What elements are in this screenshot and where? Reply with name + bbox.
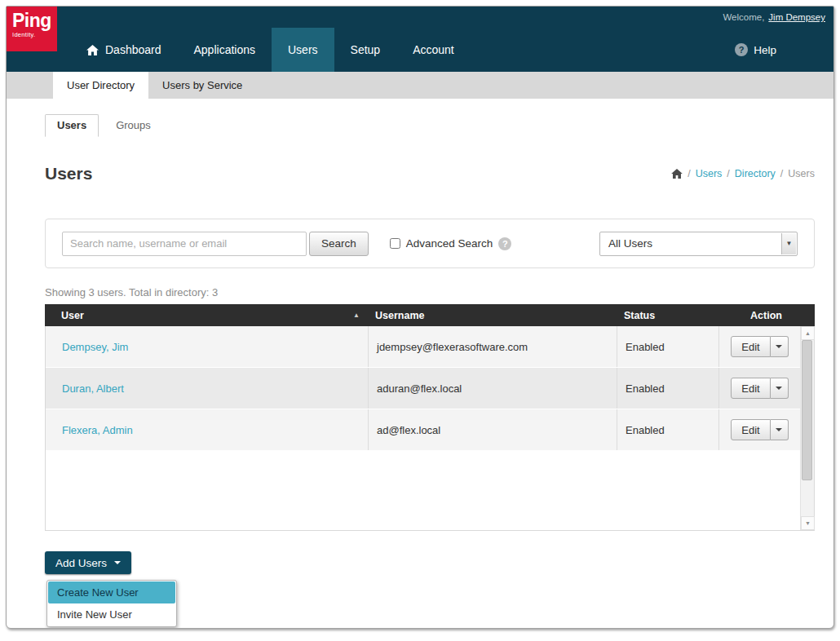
action-cell: Edit: [718, 326, 800, 367]
status-cell: Enabled: [617, 409, 718, 450]
advanced-search-help-icon[interactable]: ?: [498, 237, 511, 250]
caret-down-icon: [776, 387, 782, 390]
breadcrumb-separator: /: [727, 168, 729, 179]
search-input[interactable]: [62, 232, 307, 256]
page-title: Users: [45, 164, 92, 183]
current-user-link[interactable]: Jim Dempsey: [768, 12, 825, 22]
nav-label: Account: [413, 43, 454, 56]
select-value: All Users: [608, 237, 652, 250]
table-body: Dempsey, Jim jdempsey@flexerasoftware.co…: [45, 326, 815, 531]
user-scope-select[interactable]: All Users ▼: [599, 232, 798, 256]
column-label: Username: [375, 310, 424, 321]
column-header-status[interactable]: Status: [616, 310, 718, 321]
sort-ascending-icon: ▲: [353, 312, 360, 319]
menu-item-create-new-user[interactable]: Create New User: [48, 581, 175, 603]
user-link[interactable]: Duran, Albert: [62, 382, 124, 395]
service-tabbar: User Directory Users by Service: [7, 72, 833, 99]
column-header-user[interactable]: User ▲: [45, 310, 367, 321]
advanced-search-checkbox[interactable]: [390, 238, 400, 249]
breadcrumb-separator: /: [780, 168, 783, 179]
help-icon: ?: [735, 43, 748, 56]
tab-groups[interactable]: Groups: [104, 114, 163, 137]
breadcrumb-home-icon[interactable]: [671, 169, 683, 179]
edit-button[interactable]: Edit: [731, 419, 770, 440]
breadcrumb: / Users / Directory / Users: [671, 168, 815, 179]
tab-users[interactable]: Users: [45, 114, 99, 137]
username-cell: aduran@flex.local: [368, 368, 617, 409]
status-text: Enabled: [626, 382, 665, 395]
table-row: Flexera, Admin ad@flex.local Enabled Edi…: [46, 409, 800, 451]
edit-button[interactable]: Edit: [731, 336, 770, 357]
tab-users-by-service[interactable]: Users by Service: [148, 72, 256, 99]
advanced-search-group: Advanced Search ?: [390, 237, 512, 250]
table-scrollbar[interactable]: ▲ ▼: [800, 326, 814, 530]
user-cell: Dempsey, Jim: [46, 326, 368, 367]
column-label: User: [61, 310, 84, 321]
user-cell: Flexera, Admin: [46, 409, 368, 450]
home-icon: [86, 45, 99, 55]
add-users-label: Add Users: [55, 557, 107, 569]
edit-split-button: Edit: [731, 378, 788, 399]
topbar: Welcome, Jim Dempsey Dashboard Applicati…: [7, 7, 833, 72]
table-rows: Dempsey, Jim jdempsey@flexerasoftware.co…: [46, 326, 800, 451]
caret-down-icon: [776, 345, 782, 348]
edit-split-button: Edit: [731, 336, 788, 357]
username-text: aduran@flex.local: [377, 382, 462, 395]
results-summary: Showing 3 users. Total in directory: 3: [45, 286, 815, 298]
ping-identity-logo: Ping Identity.: [7, 7, 57, 51]
username-cell: ad@flex.local: [368, 409, 617, 450]
main-content: Users Groups Users / Users / Directory /…: [7, 114, 833, 629]
nav-item-applications[interactable]: Applications: [178, 28, 272, 72]
breadcrumb-link-users[interactable]: Users: [696, 168, 723, 179]
status-cell: Enabled: [617, 326, 718, 367]
caret-down-icon: [114, 561, 121, 564]
tab-label: Users: [57, 119, 86, 131]
username-text: ad@flex.local: [377, 424, 440, 436]
nav-item-account[interactable]: Account: [396, 28, 471, 72]
nav-label: Dashboard: [105, 43, 161, 56]
nav-item-users[interactable]: Users: [272, 28, 334, 72]
add-users-menu: Create New User Invite New User: [46, 580, 177, 627]
user-link[interactable]: Flexera, Admin: [62, 424, 133, 436]
main-nav: Dashboard Applications Users Setup Accou…: [7, 28, 833, 72]
column-header-username[interactable]: Username: [367, 310, 616, 321]
app-window: Welcome, Jim Dempsey Dashboard Applicati…: [6, 6, 834, 629]
user-link[interactable]: Dempsey, Jim: [62, 341, 128, 353]
welcome-bar: Welcome, Jim Dempsey: [7, 7, 833, 28]
add-users-area: Add Users Create New User Invite New Use…: [45, 551, 815, 629]
status-text: Enabled: [626, 424, 665, 436]
username-text: jdempsey@flexerasoftware.com: [377, 341, 528, 353]
edit-dropdown-toggle[interactable]: [771, 378, 789, 399]
edit-button[interactable]: Edit: [731, 378, 770, 399]
menu-item-invite-new-user[interactable]: Invite New User: [48, 603, 175, 626]
users-table: User ▲ Username Status Action Demps: [45, 304, 815, 531]
user-cell: Duran, Albert: [46, 368, 368, 409]
nav-item-dashboard[interactable]: Dashboard: [70, 28, 178, 72]
nav-item-setup[interactable]: Setup: [334, 28, 397, 72]
action-cell: Edit: [718, 368, 800, 409]
help-label: Help: [754, 44, 776, 56]
scroll-thumb[interactable]: [802, 340, 812, 480]
breadcrumb-link-directory[interactable]: Directory: [735, 168, 776, 179]
breadcrumb-current: Users: [788, 168, 815, 179]
tab-label: User Directory: [67, 79, 135, 91]
breadcrumb-separator: /: [687, 168, 690, 179]
scroll-down-button[interactable]: ▼: [801, 516, 815, 530]
nav-label: Setup: [351, 43, 381, 56]
tab-label: Groups: [116, 119, 151, 131]
add-users-button[interactable]: Add Users: [45, 551, 131, 574]
table-header: User ▲ Username Status Action: [45, 304, 815, 326]
edit-dropdown-toggle[interactable]: [771, 419, 789, 440]
table-row: Duran, Albert aduran@flex.local Enabled …: [46, 368, 800, 409]
search-button[interactable]: Search: [309, 232, 369, 256]
tab-user-directory[interactable]: User Directory: [53, 72, 148, 99]
column-label: Status: [624, 310, 655, 321]
select-dropdown-icon: ▼: [781, 233, 796, 254]
edit-dropdown-toggle[interactable]: [771, 336, 789, 357]
status-cell: Enabled: [617, 368, 718, 409]
scroll-up-button[interactable]: ▲: [801, 326, 815, 340]
search-panel: Search Advanced Search ? All Users ▼: [45, 219, 815, 268]
help-button[interactable]: ? Help: [735, 28, 776, 72]
column-header-action[interactable]: Action: [718, 310, 815, 321]
tab-label: Users by Service: [162, 79, 242, 91]
